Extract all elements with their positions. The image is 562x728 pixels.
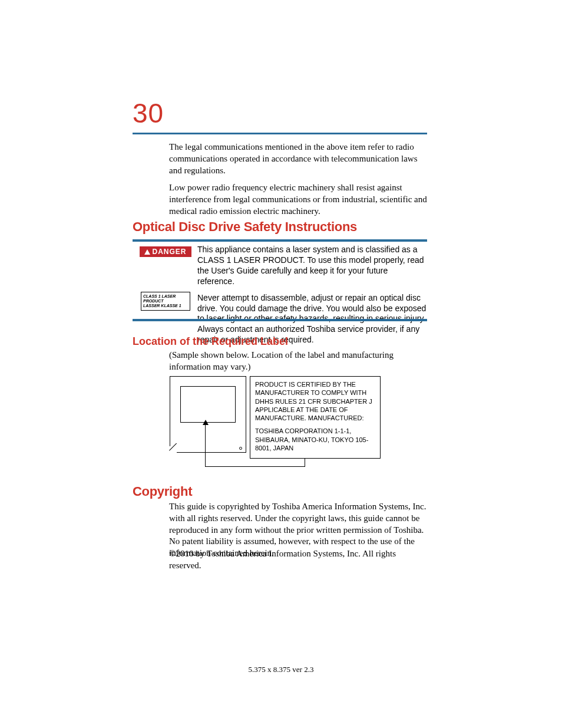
rule-bottom xyxy=(133,319,427,321)
heading-location: Location of the Required Label xyxy=(133,335,288,348)
laser-class-label: CLASS 1 LASER PRODUCT LASSER KLASSE 1 xyxy=(141,292,190,311)
arrow-horizontal xyxy=(205,466,305,467)
danger-label: DANGER xyxy=(152,248,186,256)
screw-icon xyxy=(239,447,242,450)
footer-text: 5.375 x 8.375 ver 2.3 xyxy=(0,665,562,674)
danger-p1: This appliance contains a laser system a… xyxy=(197,245,427,287)
device-corner xyxy=(169,443,179,453)
arrow-vertical xyxy=(205,422,206,466)
text: The legal communications mentioned in th… xyxy=(169,141,428,176)
location-paragraph: (Sample shown below. Location of the lab… xyxy=(169,350,428,373)
arrow-connector xyxy=(305,459,305,467)
header-rule xyxy=(133,133,427,134)
certification-box: PRODUCT IS CERTIFIED BY THE MANUFACTURER… xyxy=(250,376,381,459)
device-bottom-edge xyxy=(177,452,246,453)
intro-paragraph-2: Low power radio frequency electric machi… xyxy=(169,182,428,217)
page-number: 30 xyxy=(133,97,164,129)
laser-line2: LASSER KLASSE 1 xyxy=(143,304,188,308)
heading-copyright: Copyright xyxy=(133,484,192,499)
page: 30 The legal communications mentioned in… xyxy=(0,0,562,728)
device-outline xyxy=(170,376,246,453)
cert-text-1: PRODUCT IS CERTIFIED BY THE MANUFACTURER… xyxy=(255,380,375,422)
intro-paragraph-1: The legal communications mentioned in th… xyxy=(169,141,428,176)
rule-top xyxy=(133,239,427,242)
text: Low power radio frequency electric machi… xyxy=(169,182,428,217)
cert-text-2: TOSHIBA CORPORATION 1-1-1, SHIBAURA, MIN… xyxy=(255,427,375,452)
sample-label-diagram: PRODUCT IS CERTIFIED BY THE MANUFACTURER… xyxy=(170,376,382,470)
laser-line1: CLASS 1 LASER PRODUCT xyxy=(143,294,188,304)
warning-triangle-icon xyxy=(144,249,150,255)
label-rect xyxy=(180,386,236,423)
danger-badge: DANGER xyxy=(140,246,191,257)
heading-optical: Optical Disc Drive Safety Instructions xyxy=(133,219,357,235)
copyright-paragraph-2: ©2010 by Toshiba America Information Sys… xyxy=(169,548,428,572)
